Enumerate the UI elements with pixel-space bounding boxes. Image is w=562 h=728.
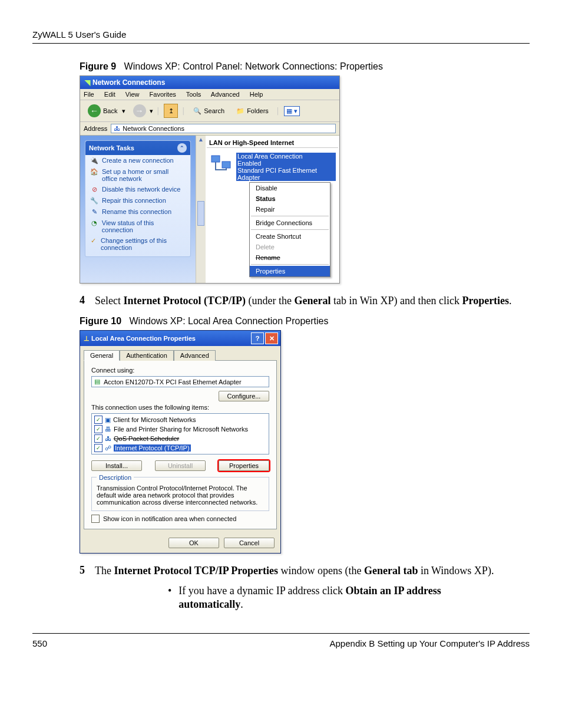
tab-general[interactable]: General	[84, 350, 120, 361]
ok-button[interactable]: OK	[168, 538, 219, 548]
ctx-delete: Delete	[250, 242, 330, 252]
search-button[interactable]: 🔍Search	[189, 106, 229, 117]
checkbox-icon[interactable]: ✓	[94, 444, 103, 452]
menubar[interactable]: File Edit View Favorites Tools Advanced …	[80, 89, 339, 100]
item-qos[interactable]: ✓🖧QoS Packet Scheduler	[93, 434, 267, 443]
item-label: QoS Packet Scheduler	[114, 435, 179, 442]
close-button[interactable]: ✕	[265, 332, 278, 344]
context-menu: Disable Status Repair Bridge Connections…	[249, 182, 330, 277]
ctx-disable[interactable]: Disable	[250, 183, 330, 193]
adapter-field[interactable]: ▤ Accton EN1207D-TX PCI Fast Ethernet Ad…	[91, 376, 269, 387]
t: General tab	[364, 565, 418, 577]
ctx-bridge[interactable]: Bridge Connections	[250, 218, 330, 228]
tasks-header[interactable]: Network Tasks ⌃	[85, 141, 190, 155]
help-button[interactable]: ?	[251, 332, 264, 344]
t: General	[295, 295, 331, 307]
network-connections-window: ◥Network Connections File Edit View Favo…	[80, 75, 340, 284]
menu-advanced[interactable]: Advanced	[211, 91, 240, 98]
checkbox-icon[interactable]: ✓	[94, 425, 103, 433]
description-legend: Description	[97, 474, 134, 481]
dialog-titlebar[interactable]: ⊥ Local Area Connection Properties ? ✕	[80, 331, 280, 346]
scroll-up-icon[interactable]: ▲	[196, 136, 206, 143]
task-icon: ◔	[90, 219, 98, 233]
ctx-sep	[251, 264, 329, 265]
window-titlebar[interactable]: ◥Network Connections	[80, 76, 339, 89]
bullet-text: If you have a dynamic IP address click O…	[178, 584, 494, 612]
ctx-status[interactable]: Status	[250, 193, 330, 204]
connection-item[interactable]: Local Area Connection Enabled Standard P…	[207, 151, 338, 278]
folders-label: Folders	[247, 107, 269, 114]
sidebar-scrollbar[interactable]: ▲	[196, 136, 206, 283]
menu-help[interactable]: Help	[250, 91, 263, 98]
item-client[interactable]: ✓▣Client for Microsoft Networks	[93, 415, 267, 424]
ctx-rename[interactable]: Rename	[250, 252, 330, 263]
item-icon: 🖧	[105, 435, 111, 442]
t: tab in Win XP) and then click	[331, 295, 462, 307]
checkbox-icon[interactable]: ✓	[94, 416, 103, 424]
task-label: Set up a home or small office network	[102, 168, 186, 182]
views-button[interactable]: ▦▾	[284, 106, 300, 116]
address-field[interactable]: 🖧 Network Connections	[111, 124, 336, 133]
menu-tools[interactable]: Tools	[186, 91, 201, 98]
item-icon: ▣	[105, 416, 111, 424]
t: (under the	[246, 295, 294, 307]
search-icon: 🔍	[193, 107, 201, 115]
connection-status: Enabled	[236, 160, 336, 167]
back-button[interactable]: ←Back ▾	[84, 103, 130, 119]
t: Select	[95, 295, 123, 307]
t: Properties	[462, 295, 509, 307]
checkbox-icon[interactable]	[91, 515, 100, 523]
item-label: File and Printer Sharing for Microsoft N…	[114, 426, 248, 433]
task-create-connection[interactable]: 🔌Create a new connection	[85, 155, 190, 166]
t: .	[509, 295, 512, 307]
figure9-label: Figure 9	[80, 61, 116, 71]
forward-button[interactable]: →	[133, 104, 146, 117]
svg-rect-0	[211, 156, 220, 162]
connection-icon	[209, 153, 233, 175]
up-button[interactable]: ↥	[164, 104, 178, 118]
checkbox-icon[interactable]: ✓	[94, 434, 103, 443]
task-disable-device[interactable]: ⊘Disable this network device	[85, 184, 190, 195]
properties-button[interactable]: Properties	[219, 460, 269, 471]
fwd-drop: ▾	[150, 107, 153, 115]
dialog-footer: OK Cancel	[80, 533, 280, 553]
ctx-shortcut[interactable]: Create Shortcut	[250, 231, 330, 242]
item-label: Internet Protocol (TCP/IP)	[114, 444, 191, 452]
menu-view[interactable]: View	[125, 91, 140, 98]
description-text: Transmission Control Protocol/Internet P…	[97, 485, 264, 506]
ctx-repair[interactable]: Repair	[250, 204, 330, 215]
install-button[interactable]: Install...	[91, 460, 142, 471]
menu-edit[interactable]: Edit	[104, 91, 115, 98]
ctx-properties[interactable]: Properties	[250, 266, 330, 276]
task-rename-connection[interactable]: ✎Rename this connection	[85, 206, 190, 218]
show-icon-row[interactable]: Show icon in notification area when conn…	[91, 515, 269, 523]
tab-authentication[interactable]: Authentication	[120, 350, 174, 361]
scroll-thumb[interactable]	[197, 201, 204, 226]
folders-button[interactable]: 📁Folders	[232, 106, 273, 117]
dialog-title: Local Area Connection Properties	[91, 335, 196, 342]
collapse-icon[interactable]: ⌃	[177, 143, 187, 153]
search-label: Search	[204, 107, 224, 114]
menu-favorites[interactable]: Favorites	[150, 91, 176, 98]
configure-button[interactable]: Configure...	[219, 391, 269, 401]
tab-advanced[interactable]: Advanced	[174, 350, 216, 361]
task-change-settings[interactable]: ✓Change settings of this connection	[85, 235, 190, 253]
task-icon: 🏠	[90, 168, 98, 182]
t: window opens (the	[278, 565, 364, 577]
uninstall-button: Uninstall	[155, 460, 206, 471]
task-label: Rename this connection	[102, 208, 171, 216]
adapter-icon: ▤	[94, 378, 100, 386]
item-fps[interactable]: ✓🖶File and Printer Sharing for Microsoft…	[93, 424, 267, 434]
address-value: Network Connections	[123, 125, 184, 132]
cancel-button[interactable]: Cancel	[224, 538, 275, 548]
task-repair-connection[interactable]: 🔧Repair this connection	[85, 195, 190, 206]
task-home-network[interactable]: 🏠Set up a home or small office network	[85, 166, 190, 184]
task-view-status[interactable]: ◔View status of this connection	[85, 218, 190, 235]
items-list[interactable]: ✓▣Client for Microsoft Networks ✓🖶File a…	[91, 413, 269, 454]
menu-file[interactable]: File	[84, 91, 94, 98]
item-tcpip[interactable]: ✓☍Internet Protocol (TCP/IP)	[93, 443, 267, 453]
network-tasks-box: Network Tasks ⌃ 🔌Create a new connection…	[85, 140, 191, 257]
address-bar: Address 🖧 Network Connections	[80, 122, 339, 136]
toolbar-sep3: │	[276, 107, 280, 114]
show-icon-label: Show icon in notification area when conn…	[103, 515, 236, 522]
